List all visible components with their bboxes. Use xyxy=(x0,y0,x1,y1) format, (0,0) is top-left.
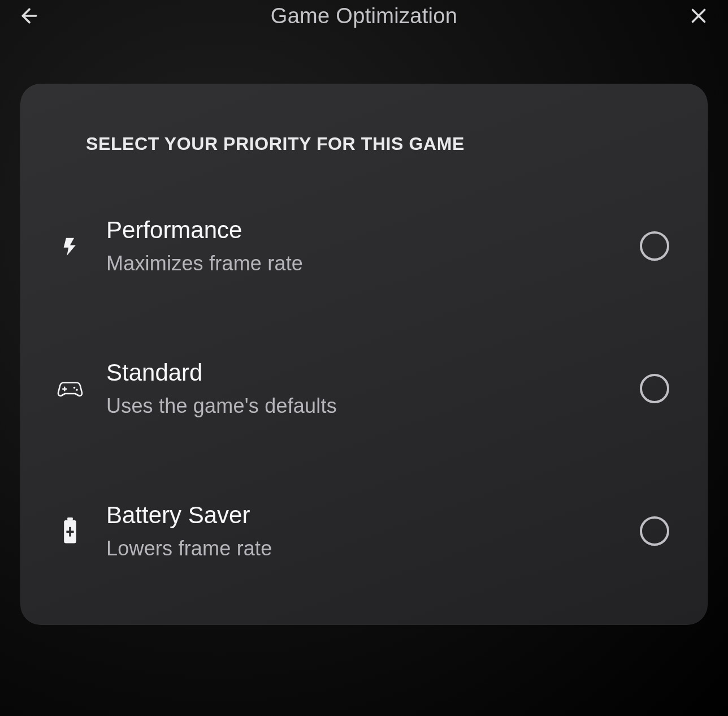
option-title: Battery Saver xyxy=(106,502,619,529)
arrow-left-icon xyxy=(18,5,41,27)
close-icon xyxy=(688,6,709,26)
radio-standard[interactable] xyxy=(640,374,669,403)
page-title: Game Optimization xyxy=(271,4,457,28)
option-standard[interactable]: Standard Uses the game's defaults xyxy=(52,344,676,433)
gamepad-icon xyxy=(54,378,86,399)
svg-rect-10 xyxy=(66,530,73,533)
option-subtitle: Maximizes frame rate xyxy=(106,252,619,275)
back-button[interactable] xyxy=(16,2,43,29)
svg-point-5 xyxy=(73,387,76,389)
close-button[interactable] xyxy=(685,2,712,29)
section-title: SELECT YOUR PRIORITY FOR THIS GAME xyxy=(86,133,676,154)
svg-point-6 xyxy=(76,389,78,391)
radio-battery-saver[interactable] xyxy=(640,516,669,546)
priority-card: SELECT YOUR PRIORITY FOR THIS GAME Perfo… xyxy=(20,84,708,625)
option-performance[interactable]: Performance Maximizes frame rate xyxy=(52,202,676,290)
option-subtitle: Uses the game's defaults xyxy=(106,394,619,418)
option-texts: Performance Maximizes frame rate xyxy=(106,217,619,275)
option-title: Standard xyxy=(106,359,619,386)
option-texts: Battery Saver Lowers frame rate xyxy=(106,502,619,560)
option-battery-saver[interactable]: Battery Saver Lowers frame rate xyxy=(52,487,676,575)
option-texts: Standard Uses the game's defaults xyxy=(106,359,619,418)
option-subtitle: Lowers frame rate xyxy=(106,537,619,560)
bolt-icon xyxy=(54,232,86,260)
radio-performance[interactable] xyxy=(640,231,669,261)
svg-rect-7 xyxy=(67,517,73,520)
option-title: Performance xyxy=(106,217,619,244)
battery-plus-icon xyxy=(54,517,86,545)
header: Game Optimization xyxy=(0,0,728,32)
